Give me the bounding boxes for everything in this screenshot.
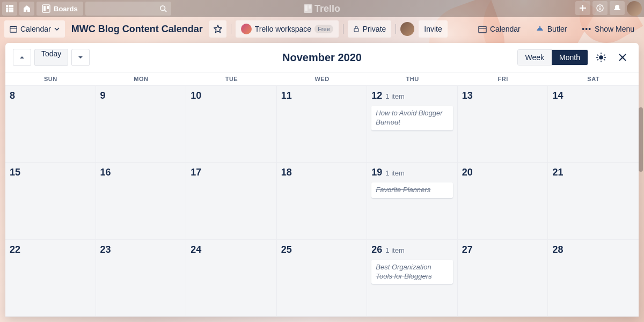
notifications-button[interactable] [610,1,625,15]
day-header: WED [277,72,368,85]
info-button[interactable] [592,1,608,15]
svg-rect-15 [305,5,308,11]
create-button[interactable] [575,1,590,15]
svg-rect-19 [599,8,601,10]
boards-icon [42,4,50,13]
day-number: 19 [371,167,382,178]
day-number: 27 [462,244,473,255]
scrollbar[interactable] [639,107,643,172]
day-header: MON [96,72,187,85]
svg-rect-20 [10,27,17,33]
invite-button[interactable]: Invite [419,20,447,38]
day-number: 9 [100,90,106,101]
view-switcher[interactable]: Calendar [4,20,65,38]
item-count: 1 item [385,92,404,100]
calendar-cell[interactable]: 9 [96,86,187,163]
calendar-cell[interactable]: 10 [186,86,277,163]
lock-icon [353,26,360,32]
svg-line-13 [164,10,166,12]
calendar-cell[interactable]: 15 [5,163,96,239]
user-avatar[interactable] [627,1,642,16]
day-header: FRI [458,72,548,85]
close-button[interactable] [614,49,631,66]
prev-button[interactable] [13,49,31,66]
star-button[interactable] [209,20,226,38]
workspace-tier-pill: Free [314,25,333,33]
settings-button[interactable] [592,49,610,66]
boards-button[interactable]: Boards [36,2,83,16]
day-number: 13 [462,90,473,101]
calendar-cell[interactable]: 27 [458,240,548,317]
day-header: SAT [548,72,639,85]
calendar-cell[interactable]: 191 itemFavorite Planners [367,163,458,239]
calendar-icon [10,25,17,33]
board-title[interactable]: MWC Blog Content Calendar [69,24,205,35]
item-count: 1 item [385,169,404,177]
search-icon [159,5,167,12]
calendar-card[interactable]: Best Organization Tools for Bloggers [371,260,453,284]
day-number: 11 [281,90,292,101]
calendar-card[interactable]: Favorite Planners [371,182,453,198]
member-avatar[interactable] [400,22,414,36]
calendar-cell[interactable]: 121 itemHow to Avoid Blogger Burnout [367,86,458,163]
calendar-cell[interactable]: 14 [548,86,639,163]
next-button[interactable] [71,49,90,66]
svg-rect-3 [6,8,8,10]
calendar-cell[interactable]: 22 [5,240,96,317]
svg-point-28 [599,56,603,59]
svg-rect-1 [9,5,11,7]
trello-logo[interactable]: Trello [304,3,340,14]
svg-rect-7 [9,10,11,12]
calendar-cell[interactable]: 25 [277,240,368,317]
butler-button[interactable]: Butler [530,20,573,38]
svg-rect-0 [6,5,8,7]
app-switcher-button[interactable] [2,2,17,16]
calendar-toolbar: Today November 2020 Week Month [5,43,639,72]
chevron-up-icon [19,54,25,61]
day-number: 24 [191,244,201,255]
today-button[interactable]: Today [34,49,68,66]
item-count: 1 item [385,246,404,254]
svg-rect-25 [479,26,486,33]
calendar-cell[interactable]: 24 [186,240,277,317]
calendar-cell[interactable]: 11 [277,86,368,163]
svg-rect-6 [6,10,8,12]
day-header: SUN [5,72,96,85]
calendar-cell[interactable]: 18 [277,163,368,239]
day-number: 8 [10,90,15,101]
home-button[interactable] [19,2,34,16]
calendar-panel: Today November 2020 Week Month SUNMONTUE… [5,43,639,317]
search-input[interactable] [85,2,171,16]
calendar-cell[interactable]: 20 [458,163,548,239]
calendar-cell[interactable]: 13 [458,86,548,163]
svg-rect-16 [309,5,311,9]
svg-point-18 [599,6,601,7]
top-nav: Boards Trello [0,0,644,17]
calendar-card[interactable]: How to Avoid Blogger Burnout [371,106,453,130]
day-header: TUE [186,72,277,85]
day-number: 21 [552,167,563,178]
calendar-title: November 2020 [282,52,362,64]
calendar-powerup-button[interactable]: Calendar [473,20,526,38]
calendar-grid: 891011121 itemHow to Avoid Blogger Burno… [5,86,639,317]
show-menu-button[interactable]: ••• Show Menu [576,20,640,38]
svg-point-12 [160,6,165,11]
butler-icon [536,25,544,33]
day-number: 15 [10,167,20,178]
chevron-down-icon [77,54,84,61]
day-number: 22 [10,244,20,255]
calendar-cell[interactable]: 28 [548,240,639,317]
calendar-cell[interactable]: 21 [548,163,639,239]
calendar-cell[interactable]: 16 [96,163,187,239]
workspace-button[interactable]: Trello workspace Free [236,20,339,38]
calendar-cell[interactable]: 261 itemBest Organization Tools for Blog… [367,240,458,317]
day-headers: SUNMONTUEWEDTHUFRISAT [5,72,639,86]
calendar-cell[interactable]: 17 [186,163,277,239]
calendar-cell[interactable]: 23 [96,240,187,317]
week-view-button[interactable]: Week [518,50,552,65]
board-header: Calendar MWC Blog Content Calendar Trell… [0,17,644,41]
visibility-button[interactable]: Private [348,20,392,38]
month-view-button[interactable]: Month [552,50,588,65]
calendar-cell[interactable]: 8 [5,86,96,163]
calendar-icon [478,25,487,33]
